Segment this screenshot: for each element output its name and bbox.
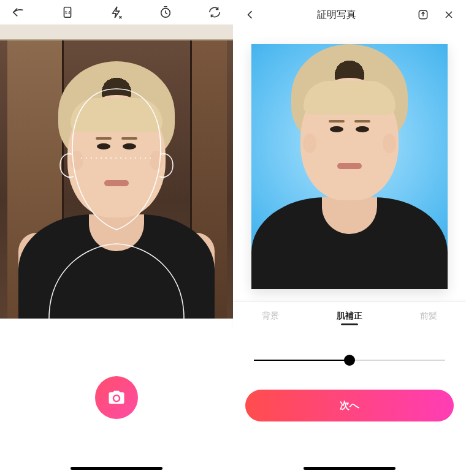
capture-screen: 3:4	[0, 0, 233, 476]
skin-slider-row	[233, 330, 466, 372]
subject-preview	[25, 67, 208, 319]
next-button[interactable]: 次へ	[245, 390, 454, 421]
aspect-label: 3:4	[64, 10, 71, 15]
aspect-3-4-icon[interactable]: 3:4	[60, 5, 75, 20]
photo-preview-area	[233, 29, 466, 295]
edit-header: 証明写真	[233, 0, 466, 29]
tab-background[interactable]: 背景	[257, 304, 284, 328]
tab-bangs[interactable]: 前髪	[415, 304, 442, 328]
back-arrow-icon[interactable]	[11, 5, 26, 20]
tab-skin[interactable]: 肌補正	[332, 304, 367, 328]
timer-icon[interactable]	[158, 5, 173, 20]
capture-area	[0, 319, 233, 476]
home-indicator[interactable]	[304, 467, 395, 470]
capture-toolbar: 3:4	[0, 0, 233, 25]
shutter-button[interactable]	[95, 376, 138, 419]
edit-tabs: 背景 肌補正 前髪	[233, 301, 466, 330]
home-indicator[interactable]	[71, 467, 162, 470]
page-title: 証明写真	[317, 9, 356, 21]
camera-viewfinder	[0, 25, 233, 319]
share-icon[interactable]	[414, 6, 432, 23]
camera-flip-icon[interactable]	[207, 5, 222, 20]
chevron-left-icon[interactable]	[242, 6, 259, 23]
close-icon[interactable]	[440, 6, 457, 23]
id-photo-preview	[251, 44, 448, 289]
flash-off-icon[interactable]	[109, 5, 124, 20]
skin-correction-slider[interactable]	[254, 354, 445, 366]
edit-screen: 証明写真 背景 肌補正 前髪	[233, 0, 466, 476]
